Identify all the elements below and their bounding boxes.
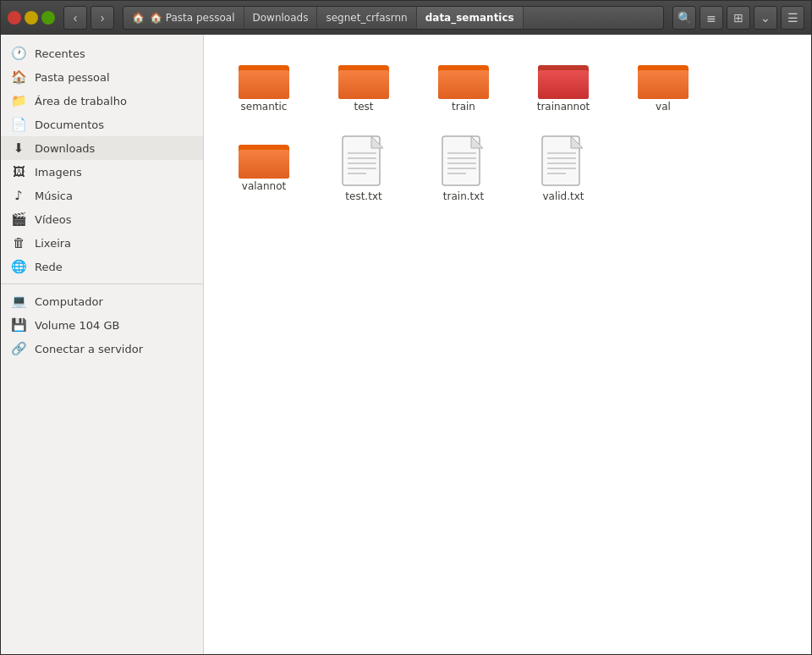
sidebar-lixeira-label: Lixeira [35,237,71,250]
breadcrumb-segnet[interactable]: segnet_crfasrnn [317,7,416,29]
sidebar-item-servidor[interactable]: 🔗 Conectar a servidor [1,337,203,361]
breadcrumb: 🏠 🏠 Pasta pessoal Downloads segnet_crfas… [123,6,664,30]
sidebar-item-lixeira[interactable]: 🗑 Lixeira [1,231,203,255]
sidebar-divider [1,283,203,284]
file-item-test-txt[interactable]: test.txt [317,128,410,211]
breadcrumb-home[interactable]: 🏠 🏠 Pasta pessoal [123,7,244,29]
imagens-icon: 🖼 [11,164,26,179]
folder-icon-val [636,55,690,101]
breadcrumb-home-label: 🏠 Pasta pessoal [150,12,235,24]
file-name-test-txt: test.txt [345,190,381,204]
file-area: semantic [204,35,811,654]
sidebar-servidor-label: Conectar a servidor [35,343,143,355]
musica-icon: ♪ [11,188,26,203]
downloads-icon: ⬇ [11,140,26,156]
file-name-train: train [452,101,475,114]
txt-icon-test [341,135,387,187]
back-button[interactable]: ‹ [63,6,87,30]
sidebar-item-rede[interactable]: 🌐 Rede [1,255,203,278]
file-name-valannot: valannot [242,180,286,194]
sidebar-item-musica[interactable]: ♪ Música [1,184,203,207]
view-list-button[interactable]: ≣ [700,6,723,30]
file-name-train-txt: train.txt [443,190,484,204]
sidebar-item-documentos[interactable]: 📄 Documentos [1,113,203,136]
file-item-val[interactable]: val [617,48,710,121]
file-grid: semantic [217,48,798,210]
sidebar: 🕐 Recentes 🏠 Pasta pessoal 📁 Área de tra… [1,35,204,654]
file-name-valid-txt: valid.txt [542,190,584,204]
sidebar-desktop-label: Área de trabalho [35,95,127,107]
recentes-icon: 🕐 [11,46,26,61]
sidebar-recentes-label: Recentes [35,47,85,60]
desktop-icon: 📁 [11,93,26,108]
breadcrumb-current[interactable]: data_semantics [417,7,524,29]
minimize-button[interactable] [25,11,38,25]
sidebar-item-computador[interactable]: 💻 Computador [1,289,203,313]
sidebar-item-home[interactable]: 🏠 Pasta pessoal [1,65,203,89]
sidebar-item-volume[interactable]: 💾 Volume 104 GB [1,313,203,337]
titlebar-buttons [8,11,55,25]
sidebar-documentos-label: Documentos [35,118,104,131]
folder-icon-valannot [237,135,291,180]
file-name-semantic: semantic [241,101,288,114]
toolbar-right: 🔍 ≣ ⊞ ⌄ ☰ [672,6,804,30]
txt-icon-train [441,135,486,187]
breadcrumb-segnet-label: segnet_crfasrnn [326,12,407,24]
file-name-trainannot: trainannot [537,101,590,114]
svg-rect-3 [239,70,289,99]
rede-icon: 🌐 [11,259,26,274]
file-name-val: val [656,101,671,114]
breadcrumb-downloads-label: Downloads [253,12,309,24]
breadcrumb-current-label: data_semantics [425,12,514,24]
sidebar-imagens-label: Imagens [35,166,82,179]
maximize-button[interactable] [41,11,55,25]
file-item-train-txt[interactable]: train.txt [417,128,510,211]
breadcrumb-downloads[interactable]: Downloads [244,7,318,29]
folder-icon-trainannot [536,55,590,101]
sidebar-item-desktop[interactable]: 📁 Área de trabalho [1,89,203,113]
file-item-test[interactable]: test [317,48,410,121]
videos-icon: 🎬 [11,212,26,227]
titlebar: ‹ › 🏠 🏠 Pasta pessoal Downloads segnet_c… [1,1,811,35]
close-button[interactable] [8,11,21,25]
home-sidebar-icon: 🏠 [11,69,26,85]
svg-rect-19 [638,70,689,99]
svg-rect-7 [338,70,389,99]
main-content: 🕐 Recentes 🏠 Pasta pessoal 📁 Área de tra… [1,35,811,654]
file-item-train[interactable]: train [417,48,510,121]
volume-icon: 💾 [11,317,26,333]
sidebar-videos-label: Vídeos [35,213,71,226]
search-button[interactable]: 🔍 [672,6,696,30]
file-item-trainannot[interactable]: trainannot [517,48,610,121]
documentos-icon: 📄 [11,117,26,132]
sidebar-item-recentes[interactable]: 🕐 Recentes [1,41,203,65]
sidebar-volume-label: Volume 104 GB [35,319,119,332]
txt-icon-valid [540,135,586,187]
sidebar-computador-label: Computador [35,295,103,308]
sidebar-musica-label: Música [35,190,73,202]
sidebar-item-downloads[interactable]: ⬇ Downloads [1,136,203,160]
svg-rect-15 [538,70,589,99]
svg-rect-11 [438,70,489,99]
view-grid-button[interactable]: ⊞ [727,6,750,30]
file-item-valid-txt[interactable]: valid.txt [517,128,610,211]
folder-icon-test [337,55,391,101]
servidor-icon: 🔗 [11,341,26,356]
file-item-semantic[interactable]: semantic [217,48,310,121]
menu-button[interactable]: ☰ [781,6,804,30]
folder-icon-semantic [237,55,291,101]
sidebar-item-videos[interactable]: 🎬 Vídeos [1,207,203,231]
file-name-test: test [354,101,373,114]
sidebar-home-label: Pasta pessoal [35,71,110,84]
sidebar-item-imagens[interactable]: 🖼 Imagens [1,160,203,184]
sidebar-rede-label: Rede [35,261,63,273]
file-item-valannot[interactable]: valannot [217,128,310,211]
sidebar-downloads-label: Downloads [35,142,95,155]
forward-button[interactable]: › [91,6,114,30]
svg-rect-23 [239,150,289,179]
view-sort-button[interactable]: ⌄ [754,6,777,30]
computador-icon: 💻 [11,294,26,309]
file-manager-window: ‹ › 🏠 🏠 Pasta pessoal Downloads segnet_c… [0,0,812,655]
folder-icon-train [436,55,491,101]
home-icon: 🏠 [132,12,145,24]
